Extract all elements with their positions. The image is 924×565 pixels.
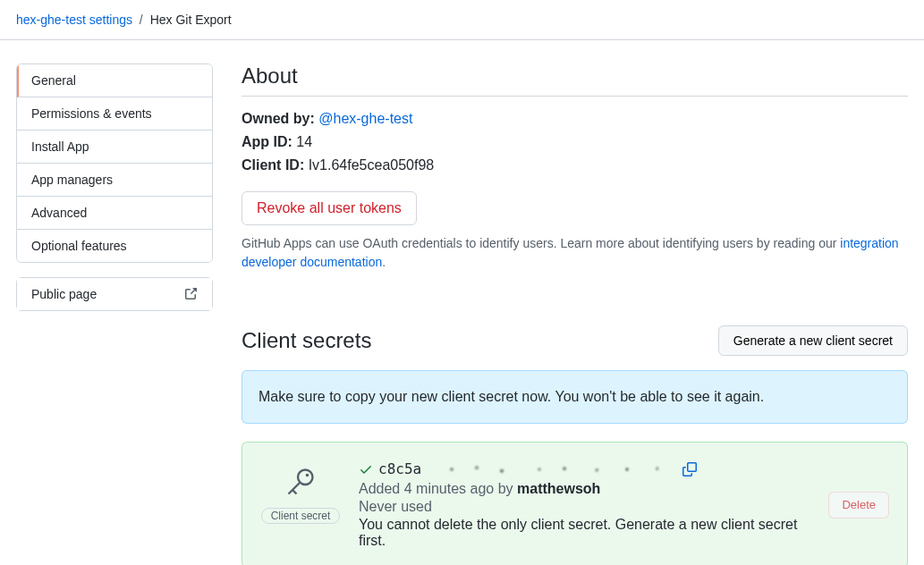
public-page-label: Public page bbox=[31, 287, 97, 301]
sidebar-menu: General Permissions & events Install App… bbox=[16, 63, 213, 263]
secret-added-meta: Added 4 minutes ago by matthewsoh bbox=[359, 481, 810, 497]
help-suffix: . bbox=[382, 255, 386, 269]
added-prefix: Added bbox=[359, 481, 404, 496]
app-id-value: 14 bbox=[296, 134, 312, 149]
revoke-tokens-button[interactable]: Revoke all user tokens bbox=[242, 191, 417, 225]
secret-delete-warning: You cannot delete the only client secret… bbox=[359, 517, 810, 549]
secret-prefix: c8c5a bbox=[378, 460, 421, 477]
copy-secret-flash: Make sure to copy your new client secret… bbox=[242, 370, 908, 424]
owner-link[interactable]: @hex-ghe-test bbox=[318, 111, 412, 126]
app-id-label: App ID: bbox=[242, 134, 292, 149]
sidebar-secondary: Public page bbox=[16, 277, 213, 311]
added-by: by bbox=[494, 481, 517, 496]
oauth-help-text: GitHub Apps can use OAuth credentials to… bbox=[242, 234, 908, 272]
svg-point-0 bbox=[298, 470, 313, 485]
breadcrumb-separator: / bbox=[140, 13, 143, 27]
breadcrumb-current: Hex Git Export bbox=[150, 13, 232, 27]
client-secrets-header: Client secrets Generate a new client sec… bbox=[242, 325, 908, 356]
sidebar-item-public-page[interactable]: Public page bbox=[17, 278, 212, 310]
secret-body: c8c5a Added 4 minutes ago by matthewsoh … bbox=[359, 460, 810, 549]
breadcrumb: hex-ghe-test settings / Hex Git Export bbox=[0, 0, 924, 40]
owned-by-label: Owned by: bbox=[242, 111, 315, 126]
sidebar-item-advanced[interactable]: Advanced bbox=[17, 197, 212, 230]
external-link-icon bbox=[183, 287, 198, 301]
sidebar-item-install-app[interactable]: Install App bbox=[17, 131, 212, 164]
sidebar-item-general[interactable]: General bbox=[17, 64, 212, 97]
secret-actions: Delete bbox=[828, 492, 889, 519]
about-heading: About bbox=[242, 63, 908, 97]
generate-client-secret-button[interactable]: Generate a new client secret bbox=[718, 325, 908, 356]
secret-usage: Never used bbox=[359, 499, 810, 515]
sidebar-item-optional-features[interactable]: Optional features bbox=[17, 230, 212, 262]
main-content: About Owned by: @hex-ghe-test App ID: 14… bbox=[242, 63, 908, 565]
copy-icon[interactable] bbox=[682, 462, 697, 476]
secret-icon-column: Client secret bbox=[260, 460, 341, 524]
key-icon bbox=[284, 466, 317, 501]
client-secrets-heading: Client secrets bbox=[242, 328, 371, 353]
client-secret-badge: Client secret bbox=[261, 508, 341, 524]
client-id-value: Iv1.64fe5cea050f98 bbox=[309, 157, 435, 173]
app-id-row: App ID: 14 bbox=[242, 134, 908, 150]
sidebar-item-app-managers[interactable]: App managers bbox=[17, 164, 212, 197]
help-prefix: GitHub Apps can use OAuth credentials to… bbox=[242, 236, 840, 250]
sidebar-item-permissions[interactable]: Permissions & events bbox=[17, 97, 212, 131]
owned-by-row: Owned by: @hex-ghe-test bbox=[242, 111, 908, 127]
breadcrumb-settings-link[interactable]: hex-ghe-test settings bbox=[16, 13, 132, 27]
client-id-row: Client ID: Iv1.64fe5cea050f98 bbox=[242, 157, 908, 173]
client-secret-item: Client secret c8c5a Added 4 minutes ago … bbox=[242, 442, 908, 565]
added-time: 4 minutes ago bbox=[404, 481, 495, 496]
check-icon bbox=[359, 462, 373, 476]
svg-point-1 bbox=[306, 474, 309, 477]
secret-obscured bbox=[427, 462, 677, 476]
added-user: matthewsoh bbox=[517, 481, 600, 496]
delete-secret-button[interactable]: Delete bbox=[828, 492, 889, 519]
settings-sidebar: General Permissions & events Install App… bbox=[16, 63, 213, 565]
secret-value-row: c8c5a bbox=[359, 460, 810, 477]
client-id-label: Client ID: bbox=[242, 157, 304, 173]
